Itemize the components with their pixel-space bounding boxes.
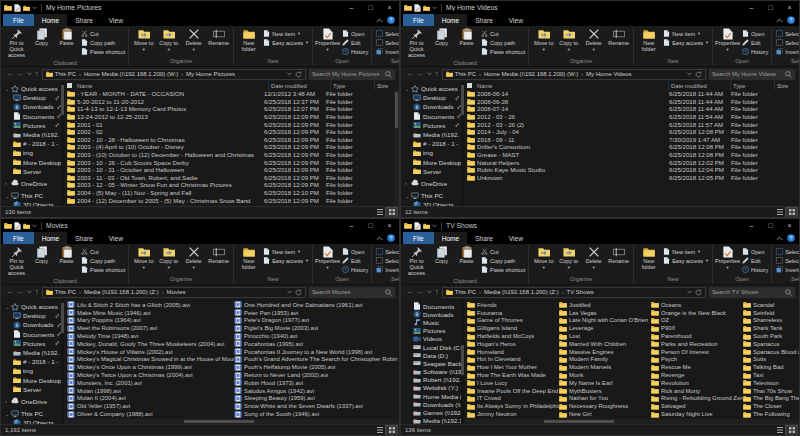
file-row[interactable]: Robin Kaye Music Studio6/25/2018 12:04 P… — [464, 166, 799, 174]
chevron-down-icon[interactable]: ⌄ — [5, 304, 9, 310]
file-row[interactable]: Unknown6/25/2018 12:05 PMFile folder — [464, 174, 799, 182]
file-row[interactable]: Grease - MAST6/25/2018 12:08 PMFile fold… — [464, 151, 799, 159]
copy-button[interactable]: Copy — [29, 245, 54, 265]
file-item[interactable]: Necessary Roughness — [559, 402, 651, 410]
pin-to-quick-access-button[interactable]: Pin to Quick access — [404, 27, 429, 59]
chevron-down-icon[interactable]: ⌄ — [5, 86, 9, 92]
chevron-right-icon[interactable]: › — [405, 180, 409, 186]
breadcrumb-2[interactable]: TV Shows — [567, 289, 594, 295]
address-field[interactable]: This PC›Home Media (\\192.168.1.200) (W:… — [42, 69, 306, 80]
delete-button[interactable]: Delete▼ — [181, 245, 206, 270]
copy-path-button[interactable]: Copy path — [81, 39, 125, 46]
file-item[interactable]: Mulan (1998).avi — [67, 387, 234, 395]
file-item[interactable]: Pinocchio (1940).avi — [234, 332, 399, 340]
qat-chevron-down-icon[interactable] — [432, 224, 437, 228]
forward-button[interactable]: → — [417, 288, 425, 296]
forward-button[interactable]: → — [17, 288, 25, 296]
sidebar-item-this-pc[interactable]: ⌄This PC — [1, 409, 61, 418]
new-folder-button[interactable]: New folder — [236, 27, 261, 53]
sidebar-item-img[interactable]: img — [401, 148, 461, 157]
file-item[interactable]: MythBusters — [559, 387, 651, 395]
file-item[interactable]: IT Crowd — [467, 395, 559, 403]
file-item[interactable]: Mickey's Once Upon a Christmas (1999).av… — [67, 363, 234, 371]
maximize-button[interactable]: □ — [761, 1, 780, 14]
sidebar-scrollbar[interactable] — [61, 81, 64, 206]
sidebar-item-more-desktop[interactable]: More Desktop — [401, 158, 461, 167]
file-row[interactable]: 2018 - 09 - 117/30/2019 1:47 AMFile fold… — [464, 136, 799, 144]
scrollbar-horizontal[interactable] — [64, 419, 399, 424]
file-row[interactable]: 11-4-13 to 12-1-13 Memory Card Photos6/2… — [64, 105, 394, 113]
sidebar-item-quick-access[interactable]: ⌄Quick access — [401, 84, 461, 93]
delete-button[interactable]: Delete▼ — [581, 245, 606, 270]
sidebar-item-downloads-1[interactable]: Downloads (\\1 — [401, 400, 461, 408]
file-item[interactable]: Orange is the New Black — [651, 309, 743, 317]
qat-chevron-down-icon[interactable] — [32, 224, 37, 228]
copy-to-button[interactable]: Copy to▼ — [156, 27, 181, 52]
refresh-icon[interactable] — [695, 289, 702, 296]
file-item[interactable]: Spartacus Blood and Sand — [743, 348, 799, 356]
file-item[interactable]: Futurama — [467, 309, 559, 317]
tab-share[interactable]: Share — [67, 232, 101, 244]
select-all-button[interactable]: Select all — [776, 248, 800, 255]
file-item[interactable]: Person Of Interest — [651, 348, 743, 356]
file-item[interactable]: Pooh's Grand Adventure The Search for Ch… — [234, 356, 399, 364]
help-icon[interactable]: ? — [787, 234, 795, 242]
file-item[interactable]: Hogan's Heros — [467, 340, 559, 348]
file-item[interactable]: Mary Poppins (1964).avi — [67, 317, 234, 325]
file-item[interactable]: Snow White and the Seven Dwarfs (1937).a… — [234, 402, 399, 410]
file-item[interactable]: Mulan II (2004).avi — [67, 395, 234, 403]
ribbon-collapse-icon[interactable] — [376, 18, 383, 23]
breadcrumb-0[interactable]: This PC — [455, 71, 476, 77]
paste-shortcut-button[interactable]: Paste shortcut — [81, 48, 125, 55]
file-item[interactable]: Mickey, Donald, Goofy The Three Musketee… — [67, 340, 234, 348]
tab-share[interactable]: Share — [467, 14, 501, 26]
open-button[interactable]: Open — [342, 248, 368, 255]
file-item[interactable]: Piglet's Big Movie (2003).avi — [234, 324, 399, 332]
file-item[interactable]: Gilligans Island — [467, 324, 559, 332]
new-item-button[interactable]: New item▼ — [263, 248, 309, 255]
file-item[interactable]: That 70s Show — [743, 387, 799, 395]
new-folder-button[interactable]: New folder — [636, 27, 661, 53]
file-item[interactable]: Insane Pools Off the Deep End — [467, 387, 559, 395]
sidebar-item-games-192-16[interactable]: Games (\\192.16 — [401, 408, 461, 416]
sidebar-item-documents[interactable]: Documents — [1, 330, 61, 339]
edit-button[interactable]: Edit — [742, 39, 768, 46]
sidebar-item-media-192-168[interactable]: Media (\\192.168 — [401, 417, 461, 424]
breadcrumb-1[interactable]: Home Media (\\192.168.1.200) (W:) — [84, 71, 178, 77]
scrollbar-vertical[interactable] — [394, 90, 399, 206]
file-item[interactable]: Mickey's House of Villains (2002).avi — [67, 348, 234, 356]
open-button[interactable]: Open — [742, 248, 768, 255]
select-all-button[interactable]: Select all — [776, 30, 800, 37]
history-button[interactable]: History — [342, 48, 368, 55]
column-header-size[interactable]: Size — [775, 81, 799, 90]
up-button[interactable]: ↑ — [435, 288, 439, 296]
new-item-button[interactable]: New item▼ — [663, 248, 709, 255]
sidebar-item-this-pc[interactable]: ⌄This PC — [1, 191, 61, 200]
file-item[interactable]: Shark Tank — [743, 324, 799, 332]
file-item[interactable]: Return to Never Land (2002).avi — [234, 371, 399, 379]
file-row[interactable]: 2003 - 10 - 26 - Cub Scouts Space Derby6… — [64, 158, 394, 166]
sidebar-item-home-media[interactable]: Home Media (\\ — [401, 392, 461, 400]
file-row[interactable]: 2004 - (12) December to 2005 - (5) May -… — [64, 196, 394, 204]
breadcrumb-1[interactable]: Home Media (\\192.168.1.200) (W:) — [484, 71, 578, 77]
sidebar-item-downloads[interactable]: Downloads — [1, 320, 61, 329]
file-item[interactable]: Friends — [467, 301, 559, 309]
file-item[interactable]: Monk — [559, 371, 651, 379]
column-header-size[interactable]: Size — [375, 81, 399, 90]
file-row[interactable]: 2002 - 10 - 28 - Halloween to Christmas6… — [64, 136, 394, 144]
tab-view[interactable]: View — [501, 232, 531, 244]
file-item[interactable]: Suits — [743, 356, 799, 364]
file-row[interactable]: 12-24-2012 to 12-25-20136/25/2018 12:09 … — [64, 113, 394, 121]
up-button[interactable]: ↑ — [35, 70, 39, 78]
chevron-right-icon[interactable]: › — [5, 180, 9, 186]
select-all-checkbox[interactable] — [67, 83, 72, 88]
qat-new-folder-button[interactable] — [423, 222, 430, 230]
sidebar-item-img[interactable]: img — [1, 148, 61, 157]
copy-to-button[interactable]: Copy to▼ — [556, 245, 581, 270]
back-button[interactable]: ← — [406, 70, 414, 78]
edit-button[interactable]: Edit — [342, 39, 368, 46]
sidebar-item-music[interactable]: Music — [401, 318, 461, 326]
file-item[interactable]: Justified — [559, 301, 651, 309]
file-item[interactable]: Lost — [559, 332, 651, 340]
address-field[interactable]: This PC›Media (\\192.168.1.200) (Z:)›TV … — [442, 287, 706, 298]
